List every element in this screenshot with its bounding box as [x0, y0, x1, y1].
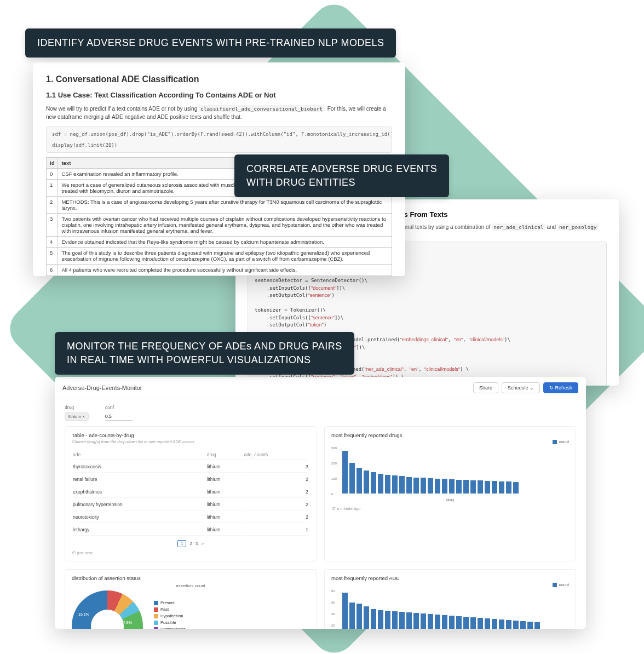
bar	[492, 619, 497, 629]
card-ade-counts-table: Table - ade-counts-by-drug Choose drug(s…	[65, 426, 317, 561]
paragraph-use-case: Now we will try to predict if a text con…	[46, 105, 392, 121]
bar	[349, 463, 355, 494]
filter-drug-value[interactable]: lithium ×	[65, 412, 89, 421]
card-timestamp: ⏱ just now	[72, 550, 309, 555]
filter-conf-label: conf	[105, 405, 133, 410]
bar	[413, 478, 419, 494]
legend-item: Possible	[154, 619, 186, 626]
table-row: renal failurelithium2	[73, 474, 308, 485]
legend-item: Past	[154, 606, 186, 613]
bar	[399, 612, 405, 629]
bar	[435, 479, 440, 494]
bar	[342, 593, 348, 629]
bar	[485, 618, 490, 629]
bar	[499, 619, 504, 629]
bar	[406, 477, 412, 494]
dashboard-header-buttons: Share Schedule ⌄ ↻ Refresh	[473, 382, 578, 393]
bar	[378, 474, 383, 494]
bar	[399, 476, 405, 494]
table-row: neurotoxicitylithium2	[73, 512, 308, 523]
pager-page[interactable]: 2	[189, 541, 192, 546]
card-title: most frequently reported drugs	[331, 432, 569, 438]
table-row: 6All 4 patients who were recruited compl…	[47, 265, 392, 276]
table-row: 3Two patients with ovarian cancer who ha…	[47, 214, 392, 237]
col-header: ade	[73, 450, 206, 460]
code-block-1: sdf = neg_df.union(pos_df).drop("is_ADE"…	[46, 127, 392, 153]
ade-table: adedrugade_counts thyrotoxicosislithium3…	[72, 449, 309, 537]
legend-item: Someoneelse	[154, 626, 186, 629]
bar	[470, 480, 476, 494]
bar	[449, 479, 455, 494]
slice-pct: 16.1%	[78, 612, 89, 616]
bar	[364, 471, 369, 494]
filter-conf-input[interactable]	[105, 412, 133, 421]
bar	[470, 617, 476, 629]
bar	[421, 613, 426, 629]
bar	[357, 604, 362, 629]
card-subtitle: Choose drug(s) from the drop-down list t…	[72, 439, 309, 444]
table-row: 4Evidence obtained indicated that the Re…	[47, 237, 392, 248]
donut-chart: 47.8% 16.1% 18.0% 7.93%	[72, 590, 143, 629]
bar	[506, 620, 511, 629]
bar	[527, 622, 533, 629]
bar	[492, 481, 497, 494]
bar	[499, 481, 504, 494]
pager-page[interactable]: 1	[177, 540, 186, 547]
card-drugs-bar: most frequently reported drugs count 300…	[324, 426, 576, 561]
dashboard-filters: drug lithium × conf	[55, 399, 586, 426]
bar	[485, 481, 490, 494]
bar	[428, 478, 433, 494]
bar	[463, 480, 469, 494]
donut-legend: PresentPastHypotheticalPossibleSomeoneel…	[154, 600, 186, 629]
bar	[456, 616, 462, 629]
chart-legend: count	[331, 582, 569, 587]
bar	[342, 451, 348, 494]
table-row: 2METHODS: This is a case of angiosarcoma…	[47, 197, 392, 214]
share-button[interactable]: Share	[473, 382, 498, 393]
bar	[513, 482, 519, 494]
refresh-button[interactable]: ↻ Refresh	[543, 382, 578, 393]
bar	[534, 622, 540, 629]
chart-legend: count	[331, 439, 569, 444]
schedule-button[interactable]: Schedule ⌄	[502, 382, 540, 393]
dashboard-panel: Adverse-Drug-Events-Monitor Share Schedu…	[55, 377, 586, 629]
dashboard-title: Adverse-Drug-Events-Monitor	[62, 385, 142, 391]
bar	[371, 609, 376, 629]
bar	[456, 480, 462, 494]
table-row: pulmonary hypertensionlithium2	[73, 499, 308, 510]
bar	[442, 479, 447, 494]
bar	[513, 621, 519, 629]
col-header: drug	[207, 450, 243, 460]
pager-page[interactable]: 3	[196, 541, 198, 546]
bar	[428, 614, 433, 629]
card-title: most frequently reported ADE	[331, 575, 569, 581]
pager-page[interactable]: >	[201, 541, 204, 546]
label-identify-ade: IDENTIFY ADVERSE DRUG EVENTS WITH PRE-TR…	[25, 28, 396, 58]
bar-chart-ade: 806040200	[331, 589, 569, 629]
bar	[442, 615, 447, 629]
card-ade-bar: most frequently reported ADE count 80604…	[324, 569, 576, 629]
heading-1-1: 1.1 Use Case: Text Classification Accord…	[46, 91, 392, 99]
bar	[435, 615, 440, 629]
bar	[413, 613, 419, 629]
card-title: distribution of assertion status	[72, 575, 309, 581]
bar	[392, 611, 398, 629]
bar	[392, 475, 398, 494]
bar	[449, 616, 455, 629]
table-row: lethargylithium1	[73, 524, 308, 536]
bar	[506, 481, 511, 494]
slice-pct: 47.8%	[121, 621, 132, 624]
table-pager[interactable]: 123>	[72, 541, 309, 546]
x-axis-label: drug	[331, 498, 569, 502]
card-timestamp: ⏱ a minute ago	[331, 506, 569, 511]
legend-item: Present	[154, 600, 186, 606]
bar	[357, 468, 362, 494]
bar	[520, 621, 526, 629]
card-title: Table - ade-counts-by-drug	[72, 432, 309, 438]
heading-1: 1. Conversational ADE Classification	[46, 74, 392, 84]
legend-item: Hypothetical	[154, 613, 186, 619]
bar	[385, 611, 390, 629]
col-header: id	[47, 158, 58, 169]
card-assertion-donut: distribution of assertion status asserti…	[65, 569, 317, 629]
bar	[463, 617, 469, 629]
